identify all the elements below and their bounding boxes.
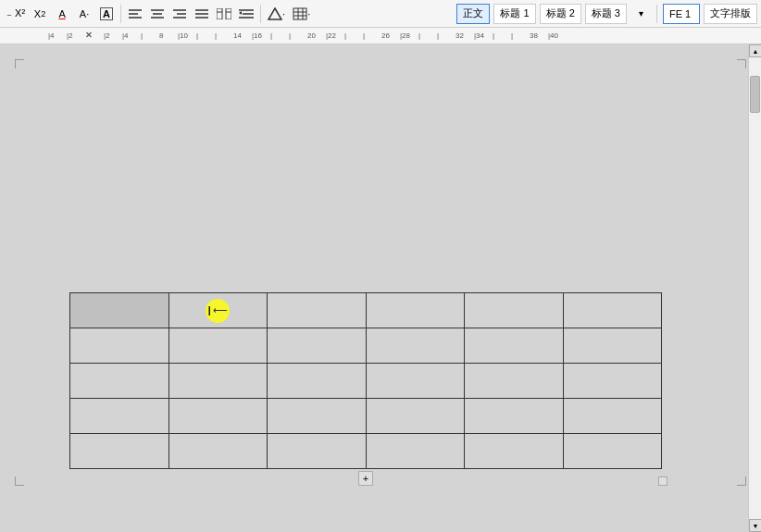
table-cell-r5c4[interactable] — [366, 434, 465, 469]
svg-marker-19 — [239, 11, 242, 15]
ruler-mark: 32 — [455, 31, 464, 40]
table-cell-r4c2[interactable] — [168, 399, 268, 434]
table-row — [70, 364, 662, 399]
vertical-scrollbar[interactable]: ▲ ▼ — [748, 44, 761, 532]
scrollbar-down-btn[interactable]: ▼ — [749, 519, 761, 532]
table-cell-r5c3[interactable] — [268, 434, 367, 469]
corner-bottom-left — [15, 476, 24, 486]
align-right-btn[interactable] — [169, 4, 190, 24]
align-center-btn[interactable] — [147, 4, 168, 24]
table-cell-r3c2[interactable] — [168, 364, 268, 399]
add-row-btn[interactable]: + — [358, 471, 373, 486]
table-cell-r5c6[interactable] — [563, 434, 662, 469]
style-biaoti3[interactable]: 标题 3 — [585, 4, 627, 24]
scrollbar-up-btn[interactable]: ▲ — [749, 44, 761, 57]
table-cell-r1c1[interactable] — [70, 293, 169, 328]
table-cell-r2c6[interactable] — [563, 328, 662, 364]
subscript-btn[interactable]: X2 — [30, 4, 50, 24]
scrollbar-thumb[interactable] — [750, 76, 760, 113]
divider3 — [656, 5, 657, 23]
divider1 — [120, 5, 121, 23]
main-table[interactable]: I ⟵ — [69, 292, 662, 469]
svg-rect-13 — [226, 8, 231, 19]
ruler-mark: | — [270, 31, 272, 40]
ruler-mark: | — [363, 31, 365, 40]
table-cell-r2c5[interactable] — [465, 328, 564, 364]
table-cell-r4c3[interactable] — [268, 399, 367, 434]
ruler-mark: |4 — [122, 31, 129, 40]
style-biaoti1[interactable]: 标题 1 — [493, 4, 535, 24]
font-color-btn[interactable]: A — [52, 4, 72, 24]
ruler-mark: |16 — [252, 31, 262, 40]
insert-table-btn[interactable]: · — [290, 4, 313, 24]
table-cell-r2c4[interactable] — [366, 328, 465, 364]
table-cell-r2c1[interactable] — [70, 328, 169, 364]
table-cell-r5c1[interactable] — [70, 434, 169, 469]
table-resize-handle[interactable] — [658, 476, 667, 486]
ruler-mark: |4 — [48, 31, 55, 40]
cursor-arrow: ⟵ — [213, 304, 228, 316]
svg-marker-20 — [268, 8, 281, 19]
table-cell-r3c1[interactable] — [70, 364, 169, 399]
border-shading-btn[interactable]: · — [265, 4, 288, 24]
table-cell-r1c4[interactable] — [366, 293, 465, 328]
highlight-btn[interactable]: A· — [74, 4, 94, 24]
wenzi-paiban-btn[interactable]: 文字排版 — [704, 4, 757, 24]
table-cell-r4c4[interactable] — [366, 399, 465, 434]
divider2 — [260, 5, 261, 23]
table-cell-r5c5[interactable] — [465, 434, 564, 469]
ruler-mark: | — [437, 31, 439, 40]
ruler-mark: |10 — [178, 31, 188, 40]
toolbar-left: ₋ X² X2 A A· A — [4, 4, 455, 24]
ruler-mark: | — [344, 31, 346, 40]
text-effect-btn[interactable]: A — [96, 4, 117, 24]
svg-rect-12 — [217, 8, 222, 19]
table-row — [70, 328, 662, 364]
table-cell-r2c3[interactable] — [268, 328, 367, 364]
columns-btn[interactable] — [214, 4, 234, 24]
align-left-btn[interactable] — [125, 4, 145, 24]
ruler-mark: | — [141, 31, 143, 40]
ruler-mark: |34 — [474, 31, 484, 40]
document-area: · I ⟵ — [0, 44, 761, 532]
table-cell-r1c2[interactable]: I ⟵ — [168, 293, 268, 328]
svg-rect-21 — [293, 8, 306, 19]
corner-bottom-right — [737, 476, 746, 486]
ruler-mark: 8 — [159, 31, 163, 40]
fe1-box[interactable]: FE 1 — [663, 4, 700, 24]
ruler-mark: 20 — [307, 31, 316, 40]
ruler-mark: | — [493, 31, 494, 40]
corner-top-left — [15, 59, 24, 68]
table-cell-r5c2[interactable] — [168, 434, 268, 469]
ruler-mark: |28 — [400, 31, 410, 40]
justify-btn[interactable] — [192, 4, 212, 24]
style-dropdown-btn[interactable]: ▾ — [630, 4, 651, 24]
subscript-superscript-btn[interactable]: ₋ X² — [4, 4, 28, 24]
table-cell-r3c4[interactable] — [366, 364, 465, 399]
table-cell-r4c1[interactable] — [70, 399, 169, 434]
ruler-mark: 14 — [233, 31, 242, 40]
table-cell-r1c3[interactable] — [268, 293, 367, 328]
table-cell-r1c6[interactable] — [563, 293, 662, 328]
ruler: |4 |2 ✕ |2 |4 | 8 |10 | | 14 |16 | | 20 … — [0, 28, 761, 44]
table-cell-r2c2[interactable] — [168, 328, 268, 364]
table-row: I ⟵ — [70, 293, 662, 328]
ruler-mark: | — [196, 31, 198, 40]
toolbar: ₋ X² X2 A A· A — [0, 0, 761, 28]
add-row-icon[interactable]: + — [358, 471, 373, 486]
table-cell-r4c6[interactable] — [563, 399, 662, 434]
table-cell-r3c5[interactable] — [465, 364, 564, 399]
table-cell-r4c5[interactable] — [465, 399, 564, 434]
ruler-mark: |40 — [548, 31, 558, 40]
table-cell-r3c3[interactable] — [268, 364, 367, 399]
ruler-mark: 38 — [530, 31, 538, 40]
ruler-mark: |22 — [326, 31, 336, 40]
style-zhengwen[interactable]: 正文 — [456, 4, 490, 24]
ruler-mark: | — [215, 31, 217, 40]
table-cell-r3c6[interactable] — [563, 364, 662, 399]
scrollbar-track — [749, 57, 761, 519]
style-biaoti2[interactable]: 标题 2 — [540, 4, 581, 24]
indent-btn[interactable] — [236, 4, 256, 24]
table-cell-r1c5[interactable] — [465, 293, 564, 328]
cursor-indicator: I ⟵ — [203, 301, 232, 321]
